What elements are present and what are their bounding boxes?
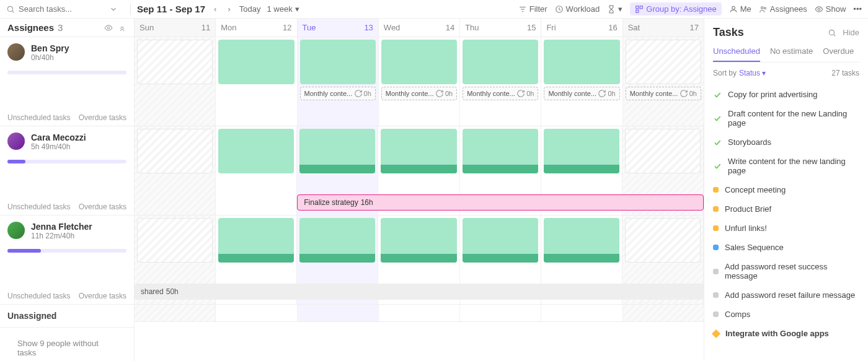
task-chip[interactable]: Monthly conte...0h [463, 87, 538, 100]
unscheduled-link[interactable]: Unscheduled tasks [7, 202, 70, 211]
day-cell[interactable] [379, 305, 460, 321]
day-header: Mon12 [216, 19, 297, 37]
day-cell[interactable] [135, 305, 216, 321]
capacity-block[interactable] [218, 129, 294, 173]
task-bar-shared[interactable]: shared50h [135, 284, 704, 300]
task-item[interactable]: Storyboards [713, 133, 859, 152]
period-dropdown[interactable]: 1 week ▾ [267, 4, 299, 14]
day-cell[interactable]: Monthly conte...0h [623, 37, 704, 126]
day-of-month: 13 [364, 23, 373, 32]
task-item[interactable]: Integrate with Google apps [713, 324, 859, 343]
day-cell[interactable] [135, 37, 216, 126]
capacity-block[interactable] [544, 129, 619, 173]
day-cell[interactable] [460, 305, 541, 321]
unscheduled-link[interactable]: Unscheduled tasks [7, 292, 70, 300]
task-item[interactable]: Add password reset failure message [713, 285, 859, 305]
capacity-block[interactable] [544, 218, 619, 263]
task-chip[interactable]: Monthly conte...0h [381, 87, 457, 100]
collapse-icon[interactable] [118, 24, 126, 32]
chevron-down-icon[interactable] [109, 5, 118, 14]
assignee-name[interactable]: Ben Spry [31, 43, 69, 53]
task-bar-finalize[interactable]: Finalize strategy16h [297, 194, 704, 211]
tasks-panel: Tasks Hide Unscheduled No estimate Overd… [704, 19, 868, 361]
workload-icon [555, 5, 564, 14]
tab-unscheduled[interactable]: Unscheduled [713, 46, 760, 62]
day-cell[interactable]: Monthly conte...0h [298, 37, 379, 126]
day-of-week: Wed [384, 23, 401, 32]
capacity-block[interactable] [463, 129, 538, 173]
overdue-link[interactable]: Overdue tasks [79, 113, 126, 122]
task-item[interactable]: Comps [713, 305, 859, 324]
task-chip[interactable]: Monthly conte...0h [626, 87, 701, 100]
day-cell[interactable] [298, 305, 379, 321]
task-item[interactable]: Sales Sequence [713, 238, 859, 257]
groupby-button[interactable]: Group by: Assignee [630, 2, 721, 15]
capacity-block[interactable] [218, 40, 294, 84]
task-item[interactable]: Unfurl links! [713, 219, 859, 238]
task-text: Integrate with Google apps [725, 329, 829, 338]
prev-week-button[interactable]: ‹ [211, 4, 219, 14]
show-button[interactable]: Show [815, 4, 846, 14]
hide-button[interactable]: Hide [843, 28, 859, 37]
assignees-button[interactable]: Assignees [759, 4, 807, 14]
sort-dropdown[interactable]: Status ▾ [739, 69, 766, 77]
day-cell[interactable] [216, 37, 297, 126]
day-cell[interactable]: Monthly conte...0h [460, 37, 541, 126]
today-button[interactable]: Today [239, 4, 261, 14]
day-cell[interactable] [623, 305, 704, 321]
day-cell[interactable]: Monthly conte...0h [379, 37, 460, 126]
more-button[interactable]: ••• [853, 4, 862, 14]
assignee-hours: 0h/40h [31, 53, 69, 62]
hourglass-button[interactable]: ▾ [607, 4, 622, 14]
day-cell[interactable]: Monthly conte...0h [541, 37, 622, 126]
capacity-block[interactable] [381, 40, 457, 84]
overdue-link[interactable]: Overdue tasks [79, 202, 126, 211]
unassigned-row[interactable]: Unassigned [0, 305, 134, 328]
svg-rect-7 [640, 6, 642, 8]
tab-noestimate[interactable]: No estimate [770, 46, 813, 62]
capacity-block[interactable] [299, 218, 375, 263]
capacity-block[interactable] [381, 218, 456, 263]
assignee-name[interactable]: Jenna Fletcher [31, 222, 92, 232]
search-icon[interactable] [828, 28, 836, 37]
day-cell[interactable] [135, 126, 216, 215]
day-cell[interactable] [541, 305, 622, 321]
unscheduled-link[interactable]: Unscheduled tasks [7, 113, 70, 122]
capacity-block[interactable] [463, 40, 538, 84]
search-box[interactable] [6, 4, 124, 14]
assignee-block: Ben Spry 0h/40h Unscheduled tasks Overdu… [0, 37, 134, 126]
capacity-block[interactable] [463, 218, 538, 263]
capacity-block[interactable] [300, 40, 376, 84]
overdue-link[interactable]: Overdue tasks [79, 292, 126, 300]
capacity-block[interactable] [544, 40, 619, 84]
grid-header: Sun11Mon12Tue13Wed14Thu15Fri16Sat17 [135, 19, 704, 37]
workload-button[interactable]: Workload [555, 4, 600, 14]
task-item[interactable]: Product Brief [713, 199, 859, 219]
capacity-block[interactable] [381, 129, 456, 173]
filter-button[interactable]: Filter [518, 4, 547, 14]
task-item[interactable]: Concept meeting [713, 180, 859, 199]
day-cell[interactable] [216, 305, 297, 321]
task-chip[interactable]: Monthly conte...0h [544, 87, 619, 100]
assignee-name[interactable]: Cara Mecozzi [31, 133, 86, 142]
avatar[interactable] [7, 43, 25, 61]
task-chip[interactable]: Monthly conte...0h [300, 87, 376, 100]
task-item[interactable]: Write content for the new landing page [713, 152, 859, 180]
show-people-link[interactable]: Show 9 people without tasks [0, 328, 134, 361]
me-button[interactable]: Me [729, 4, 751, 14]
task-item[interactable]: Add password reset success message [713, 257, 859, 285]
capacity-block[interactable] [299, 129, 375, 173]
next-week-button[interactable]: › [225, 4, 232, 14]
search-input[interactable] [19, 4, 105, 14]
day-of-week: Tue [303, 23, 316, 32]
day-cell[interactable] [216, 126, 297, 215]
task-item[interactable]: Draft content for the new Landing page [713, 104, 859, 133]
assignee-hours: 11h 22m/40h [31, 232, 92, 240]
avatar[interactable] [7, 222, 25, 239]
filter-icon [518, 5, 527, 14]
tab-overdue[interactable]: Overdue [823, 46, 854, 62]
eye-icon[interactable] [104, 24, 113, 32]
capacity-block[interactable] [218, 218, 294, 263]
avatar[interactable] [7, 133, 25, 150]
task-item[interactable]: Copy for print advertising [713, 85, 859, 104]
